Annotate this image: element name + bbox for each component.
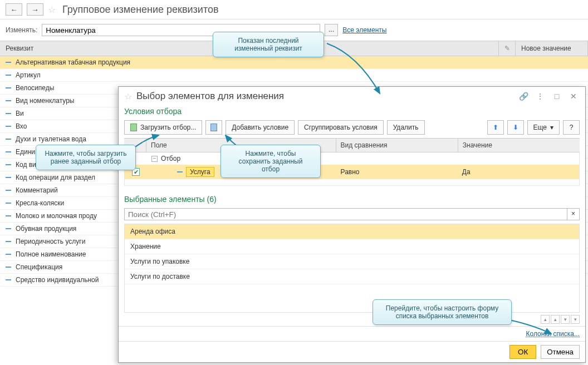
item-icon xyxy=(6,241,11,242)
item-icon xyxy=(6,228,11,229)
callout-save-filter: Нажмите, чтобы сохранить заданный отбор xyxy=(220,145,321,178)
move-down-button[interactable]: ⬇ xyxy=(507,120,524,135)
menu-icon[interactable]: ⋮ xyxy=(534,90,546,102)
arrow-up-icon: ⬆ xyxy=(493,124,498,131)
item-icon xyxy=(6,126,11,127)
callout-configure-list: Перейдите, чтобы настроить форму списка … xyxy=(373,299,512,325)
condition-compare: Равно xyxy=(336,166,458,178)
col-value: Значение xyxy=(458,139,580,152)
collapse-icon[interactable]: − xyxy=(151,156,158,162)
result-item[interactable]: Услуги по доставке xyxy=(125,269,579,284)
item-icon xyxy=(6,267,11,268)
item-icon xyxy=(6,190,11,191)
col-edit-icon xyxy=(499,41,516,56)
section-conditions: Условия отбора xyxy=(119,106,585,117)
callout-load-filter: Нажмите, чтобы загрузить ранее заданный … xyxy=(36,145,136,170)
item-icon xyxy=(6,151,11,152)
scroll-bottom-icon[interactable]: ▾ xyxy=(571,315,580,324)
list-item[interactable]: Альтернативная табачная продукция xyxy=(0,56,588,69)
group-row[interactable]: − Отбор xyxy=(125,152,579,165)
result-list: Аренда офиса Хранение Услуги по упаковке… xyxy=(124,224,580,313)
pencil-icon xyxy=(504,45,510,52)
result-item[interactable]: Хранение xyxy=(125,239,579,254)
col-new-value: Новое значение xyxy=(516,41,588,56)
more-button[interactable]: Еще ▾ xyxy=(527,120,560,135)
item-icon xyxy=(6,254,11,255)
item-icon xyxy=(6,75,11,76)
search-clear-button[interactable]: × xyxy=(567,208,580,220)
link-icon[interactable]: 🔗 xyxy=(517,90,530,102)
arrow-down-icon: ⬇ xyxy=(513,124,518,131)
group-label: Отбор xyxy=(161,155,180,162)
delete-button[interactable]: Удалить xyxy=(387,120,425,135)
load-icon xyxy=(130,124,137,131)
add-condition-button[interactable]: Добавить условие xyxy=(226,120,295,135)
list-item[interactable]: Артикул xyxy=(0,69,588,82)
condition-value: Да xyxy=(458,166,579,178)
item-icon xyxy=(6,177,11,178)
result-item[interactable]: Аренда офиса xyxy=(125,224,579,239)
filter-label: Изменять: xyxy=(6,26,37,34)
page-title: Групповое изменение реквизитов xyxy=(62,4,219,16)
condition-row[interactable]: ✔ Услуга Равно Да xyxy=(125,165,579,179)
section-selected: Выбранные элементы (6) xyxy=(119,194,585,205)
scroll-down-icon[interactable]: ▾ xyxy=(561,315,570,324)
item-icon xyxy=(6,113,11,114)
callout-last-changed: Показан последний измененный реквизит xyxy=(213,32,324,57)
load-filter-button[interactable]: Загрузить отбор... xyxy=(124,120,202,135)
arrow-icon xyxy=(507,317,557,339)
result-item[interactable]: Услуги по упаковке xyxy=(125,254,579,269)
ok-button[interactable]: ОК xyxy=(509,345,536,359)
item-icon xyxy=(6,164,11,165)
item-icon xyxy=(6,62,11,63)
item-icon xyxy=(6,100,11,101)
condition-field: Услуга xyxy=(186,167,214,177)
help-button[interactable]: ? xyxy=(563,120,580,135)
nav-forward-button[interactable]: → xyxy=(27,3,43,16)
arrow-icon xyxy=(324,32,391,99)
maximize-icon[interactable]: □ xyxy=(551,90,563,102)
save-icon xyxy=(210,124,217,131)
close-icon[interactable]: ✕ xyxy=(567,90,580,102)
nav-back-button[interactable]: ← xyxy=(6,3,22,16)
item-icon xyxy=(6,203,11,204)
move-up-button[interactable]: ⬆ xyxy=(487,120,504,135)
item-icon xyxy=(6,139,11,140)
save-filter-button[interactable] xyxy=(205,120,222,135)
item-icon xyxy=(6,215,11,216)
item-icon xyxy=(6,87,11,88)
group-conditions-button[interactable]: Сгруппировать условия xyxy=(298,120,384,135)
item-icon xyxy=(177,171,183,172)
favorite-star-icon[interactable]: ☆ xyxy=(48,4,56,15)
search-input[interactable] xyxy=(124,208,567,220)
col-compare: Вид сравнения xyxy=(336,139,458,152)
chevron-down-icon: ▾ xyxy=(550,124,553,131)
item-icon xyxy=(6,279,11,280)
favorite-star-icon[interactable]: ☆ xyxy=(124,91,132,102)
cancel-button[interactable]: Отмена xyxy=(541,345,580,359)
